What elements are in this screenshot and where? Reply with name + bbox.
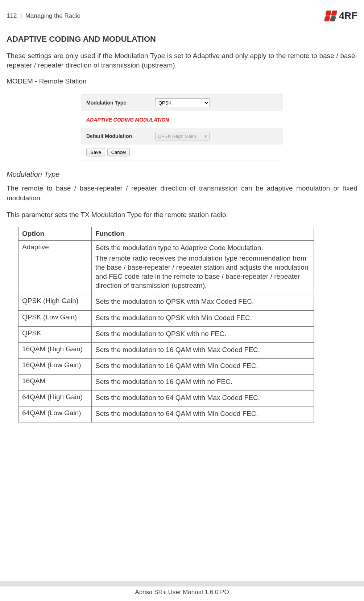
header-title: Managing the Radio: [25, 12, 80, 19]
function-cell: Sets the modulation to QPSK with no FEC.: [92, 326, 314, 342]
function-cell: Sets the modulation to 64 QAM with Min C…: [92, 406, 314, 422]
save-button[interactable]: Save: [86, 148, 105, 156]
table-row: 16QAM (High Gain) Sets the modulation to…: [18, 342, 314, 358]
modulation-type-label: Modulation Type: [86, 100, 155, 106]
default-modulation-value: QPSK (High Gain): [158, 134, 196, 139]
option-cell: 64QAM (Low Gain): [18, 406, 92, 422]
modulation-type-select[interactable]: QPSK: [155, 98, 210, 107]
option-cell: QPSK: [18, 326, 92, 342]
col-header-function: Function: [92, 227, 314, 241]
logo-dots-icon: [324, 11, 337, 21]
cancel-button[interactable]: Cancel: [107, 148, 130, 156]
default-modulation-select: QPSK (High Gain) ▾: [155, 132, 210, 140]
modulation-type-row: Modulation Type QPSK: [81, 95, 283, 111]
option-cell: 16QAM (Low Gain): [18, 358, 92, 374]
option-cell: QPSK (Low Gain): [18, 310, 92, 326]
footer-text: Aprisa SR+ User Manual 1.6.0 PO: [0, 589, 364, 596]
logo-text: 4RF: [339, 10, 357, 21]
header-separator: |: [20, 12, 22, 19]
table-row: 64QAM (Low Gain) Sets the modulation to …: [18, 406, 314, 422]
table-row: 16QAM (Low Gain) Sets the modulation to …: [18, 358, 314, 374]
options-table: Option Function Adaptive Sets the modula…: [18, 227, 314, 422]
option-cell: 64QAM (High Gain): [18, 390, 92, 406]
brand-logo: 4RF: [325, 10, 357, 21]
col-header-option: Option: [18, 227, 92, 241]
footer: Aprisa SR+ User Manual 1.6.0 PO: [0, 581, 364, 596]
footer-bar: [0, 581, 364, 586]
panel-button-row: Save Cancel: [81, 144, 283, 160]
table-row: Adaptive Sets the modulation type to Ada…: [18, 241, 314, 294]
modulation-type-para1: The remote to base / base-repeater / rep…: [7, 184, 357, 203]
adaptive-coding-title: ADAPTIVE CODING MODULATION: [81, 111, 283, 128]
intro-paragraph: These settings are only used if the Modu…: [7, 51, 357, 70]
function-cell: Sets the modulation to QPSK with Min Cod…: [92, 310, 314, 326]
function-cell: Sets the modulation type to Adaptive Cod…: [92, 241, 314, 294]
option-cell: QPSK (High Gain): [18, 294, 92, 310]
modem-panel: Modulation Type QPSK ADAPTIVE CODING MOD…: [81, 95, 283, 160]
subsection-head: MODEM - Remote Station: [7, 77, 357, 85]
table-row: QPSK Sets the modulation to QPSK with no…: [18, 326, 314, 342]
table-row: QPSK (High Gain) Sets the modulation to …: [18, 294, 314, 310]
function-cell: Sets the modulation to 16 QAM with Min C…: [92, 358, 314, 374]
section-title: ADAPTIVE CODING AND MODULATION: [7, 34, 357, 44]
function-cell: Sets the modulation to QPSK with Max Cod…: [92, 294, 314, 310]
modulation-type-para2: This parameter sets the TX Modulation Ty…: [7, 210, 357, 220]
chevron-down-icon: ▾: [204, 134, 207, 139]
option-cell: Adaptive: [18, 241, 92, 294]
table-row: 16QAM Sets the modulation to 16 QAM with…: [18, 374, 314, 390]
default-modulation-label: Default Modulation: [86, 133, 155, 139]
default-modulation-row: Default Modulation QPSK (High Gain) ▾: [81, 128, 283, 144]
table-header-row: Option Function: [18, 227, 314, 241]
function-cell: Sets the modulation to 16 QAM with Max C…: [92, 342, 314, 358]
function-cell: Sets the modulation to 64 QAM with Max C…: [92, 390, 314, 406]
page-header: 112 | Managing the Radio 4RF: [7, 10, 357, 21]
table-row: QPSK (Low Gain) Sets the modulation to Q…: [18, 310, 314, 326]
table-row: 64QAM (High Gain) Sets the modulation to…: [18, 390, 314, 406]
page-number: 112: [7, 12, 17, 19]
function-cell: Sets the modulation to 16 QAM with no FE…: [92, 374, 314, 390]
option-cell: 16QAM (High Gain): [18, 342, 92, 358]
option-cell: 16QAM: [18, 374, 92, 390]
modulation-type-heading: Modulation Type: [7, 170, 357, 179]
header-left: 112 | Managing the Radio: [7, 12, 80, 20]
